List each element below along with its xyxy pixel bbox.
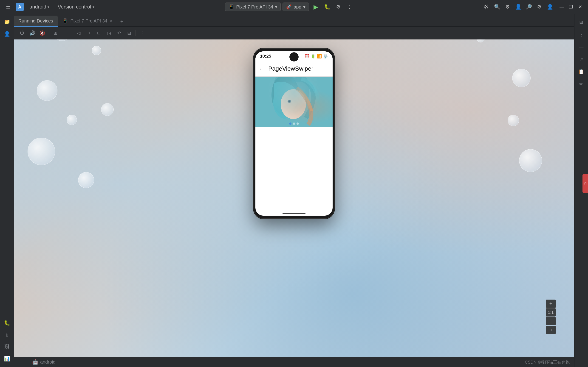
android-menu[interactable]: android ▾ bbox=[27, 2, 52, 11]
tab-pixel-icon: 📱 bbox=[62, 18, 68, 24]
phone-frame: 10:25 ⏰ 🔋 📶 📡 ← PageViewSwiper bbox=[254, 49, 334, 218]
settings-gear-icon[interactable]: ⚙ bbox=[535, 2, 544, 11]
android-label-text: android bbox=[40, 359, 56, 365]
tab-pixel-close[interactable]: ✕ bbox=[110, 19, 112, 23]
zoom-in-button[interactable]: + bbox=[546, 300, 556, 308]
tab-add-button[interactable]: + bbox=[117, 17, 126, 26]
sidebar-icon-folder[interactable]: 📁 bbox=[1, 17, 12, 27]
toolbar-icon-2[interactable]: 🔍 bbox=[493, 2, 502, 11]
ide-window: ☰ A android ▾ Version control ▾ 📱 Pixel … bbox=[0, 0, 588, 367]
dt-home-icon[interactable]: ○ bbox=[84, 28, 93, 38]
rp-minimize-icon[interactable]: — bbox=[576, 41, 587, 52]
dt-fold-icon[interactable]: ⬚ bbox=[61, 28, 70, 38]
toolbar-icon-1[interactable]: 🛠 bbox=[482, 2, 491, 11]
app-icon: A bbox=[16, 3, 24, 11]
left-sidebar: 📁 👤 ⋯ 🐛 ℹ 🖼 📊 bbox=[0, 14, 14, 367]
android-menu-label: android bbox=[29, 4, 46, 10]
toolbar-icon-4[interactable]: 👤 bbox=[514, 2, 523, 11]
tab-running-devices[interactable]: Running Devices bbox=[14, 16, 58, 27]
close-button[interactable]: ✕ bbox=[576, 3, 584, 11]
debug-icon[interactable]: 🐛 bbox=[323, 2, 332, 11]
feedback-tab[interactable]: ⊐ bbox=[582, 174, 588, 193]
dt-separator-1 bbox=[49, 30, 49, 36]
page-indicator bbox=[289, 123, 299, 125]
tab-running-devices-label: Running Devices bbox=[18, 18, 53, 24]
tab-pixel-label: Pixel 7 Pro API 34 bbox=[70, 18, 107, 24]
page-dot-1 bbox=[289, 123, 292, 125]
dt-mute-icon[interactable]: 🔇 bbox=[38, 28, 47, 38]
rp-expand-icon[interactable]: ↗ bbox=[576, 54, 587, 65]
page-dot-2 bbox=[293, 123, 295, 125]
dt-separator-2 bbox=[72, 30, 72, 36]
run-config-label: app bbox=[294, 4, 301, 10]
phone-screen: 10:25 ⏰ 🔋 📶 📡 ← PageViewSwiper bbox=[255, 51, 333, 216]
version-control-chevron: ▾ bbox=[93, 5, 95, 9]
phone-camera-notch bbox=[289, 52, 299, 61]
version-control-menu[interactable]: Version control ▾ bbox=[55, 2, 97, 11]
phone-home-indicator bbox=[283, 213, 305, 214]
page-dot-3 bbox=[296, 123, 299, 125]
dt-undo-icon[interactable]: ↶ bbox=[114, 28, 124, 38]
dt-back-icon[interactable]: ◁ bbox=[74, 28, 83, 38]
toolbar-icon-3[interactable]: ⚙ bbox=[503, 2, 512, 11]
rp-clipboard-icon[interactable]: 📋 bbox=[576, 66, 587, 77]
device-icon: 📱 bbox=[229, 4, 234, 10]
android-label: 🤖 android bbox=[27, 357, 60, 367]
run-config-selector[interactable]: 🚀 app ▾ bbox=[283, 2, 309, 11]
dt-more-icon[interactable]: ⋮ bbox=[138, 28, 147, 38]
run-config-chevron: ▾ bbox=[303, 4, 305, 10]
sidebar-icon-more[interactable]: ⋯ bbox=[1, 40, 12, 51]
run-button[interactable]: ▶ bbox=[311, 3, 321, 11]
toolbar-icon-5[interactable]: 🔎 bbox=[524, 2, 533, 11]
main-area: 📁 👤 ⋯ 🐛 ℹ 🖼 📊 Running Devices 📱 Pixel 7 … bbox=[0, 14, 588, 367]
title-bar-right: 🛠 🔍 ⚙ 👤 🔎 ⚙ 👤 — ❐ ✕ bbox=[482, 2, 584, 11]
android-icon: 🤖 bbox=[32, 359, 38, 365]
wifi-icon: 📶 bbox=[317, 54, 322, 59]
sidebar-icon-debug[interactable]: 🐛 bbox=[1, 317, 12, 328]
version-control-label: Version control bbox=[58, 4, 91, 10]
battery-icon: 🔋 bbox=[311, 54, 316, 59]
alarm-icon: ⏰ bbox=[304, 54, 309, 59]
rp-layout-icon[interactable]: ⊞ bbox=[576, 17, 587, 27]
minimize-button[interactable]: — bbox=[558, 3, 566, 11]
status-time: 10:25 bbox=[260, 54, 271, 59]
device-area: 10:25 ⏰ 🔋 📶 📡 ← PageViewSwiper bbox=[14, 40, 574, 357]
restore-button[interactable]: ❐ bbox=[567, 3, 575, 11]
image-swiper bbox=[255, 77, 333, 127]
app-bar: ← PageViewSwiper bbox=[255, 61, 333, 77]
dt-rotate-icon[interactable]: ⊞ bbox=[51, 28, 60, 38]
profile-icon[interactable]: ⚙ bbox=[334, 2, 343, 11]
sidebar-icon-graph[interactable]: 📊 bbox=[1, 353, 12, 364]
rp-edit-icon[interactable]: ✏ bbox=[576, 78, 587, 90]
bottom-bar: 🤖 android CSDN ©程序喵正在奔跑 bbox=[14, 357, 574, 367]
more-run-options-icon[interactable]: ⋮ bbox=[345, 2, 354, 11]
device-name: Pixel 7 Pro API 34 bbox=[236, 4, 273, 10]
image-overlay bbox=[255, 77, 333, 127]
account-icon[interactable]: 👤 bbox=[545, 2, 554, 11]
zoom-controls: + 1:1 − ⊡ bbox=[546, 300, 556, 334]
device-selector[interactable]: 📱 Pixel 7 Pro API 34 ▾ bbox=[225, 2, 281, 11]
status-icons: ⏰ 🔋 📶 📡 bbox=[304, 54, 328, 59]
run-config-icon: 🚀 bbox=[286, 4, 292, 10]
dt-power-icon[interactable]: ⏻ bbox=[17, 28, 27, 38]
hamburger-menu-icon[interactable]: ☰ bbox=[4, 2, 13, 11]
zoom-fit-button[interactable]: ⊡ bbox=[546, 326, 556, 334]
dt-snip-icon[interactable]: ⊟ bbox=[124, 28, 134, 38]
tab-bar: Running Devices 📱 Pixel 7 Pro API 34 ✕ + bbox=[14, 14, 574, 27]
zoom-out-button[interactable]: − bbox=[546, 317, 556, 325]
csdn-watermark: CSDN ©程序喵正在奔跑 bbox=[525, 359, 570, 365]
sidebar-icon-info[interactable]: ℹ bbox=[1, 329, 12, 340]
device-chevron: ▾ bbox=[275, 4, 277, 10]
dt-recents-icon[interactable]: □ bbox=[94, 28, 103, 38]
sidebar-icon-image[interactable]: 🖼 bbox=[1, 341, 12, 352]
back-button-icon[interactable]: ← bbox=[259, 66, 265, 72]
app-bar-title: PageViewSwiper bbox=[268, 65, 313, 72]
dt-volume-icon[interactable]: 🔊 bbox=[27, 28, 37, 38]
tab-pixel[interactable]: 📱 Pixel 7 Pro API 34 ✕ bbox=[58, 16, 117, 27]
dt-screenshot-icon[interactable]: ◳ bbox=[104, 28, 113, 38]
sidebar-icon-user[interactable]: 👤 bbox=[1, 28, 12, 40]
android-menu-chevron: ▾ bbox=[48, 5, 49, 9]
rp-more-icon[interactable]: ⋮ bbox=[576, 29, 587, 40]
title-bar-left: ☰ A android ▾ Version control ▾ bbox=[4, 2, 97, 11]
title-bar-center: 📱 Pixel 7 Pro API 34 ▾ 🚀 app ▾ ▶ 🐛 ⚙ ⋮ bbox=[99, 2, 480, 11]
